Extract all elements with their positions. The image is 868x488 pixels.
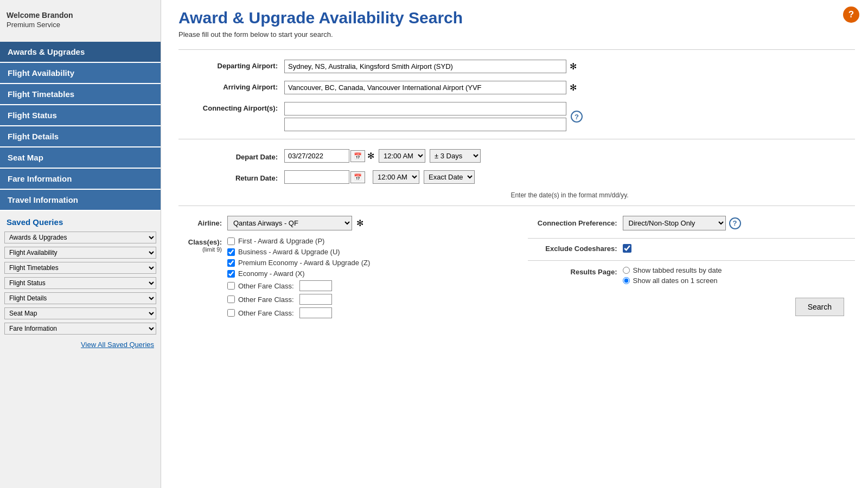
other-fare-input-3[interactable] bbox=[299, 307, 332, 318]
classes-sublabel: (limit 9) bbox=[178, 246, 222, 253]
connection-pref-help-icon[interactable]: ? bbox=[729, 217, 741, 229]
class-checkbox-premium-economy[interactable] bbox=[227, 259, 235, 267]
saved-query-row-5: Seat Map Awards & Upgrades Flight Availa… bbox=[0, 306, 161, 321]
depart-calendar-button[interactable]: 📅 bbox=[350, 150, 365, 162]
results-radio-all-dates-input[interactable] bbox=[623, 277, 630, 284]
class-checkbox-other-2[interactable] bbox=[227, 296, 235, 303]
arriving-airport-input[interactable] bbox=[284, 81, 566, 94]
left-col: Airline: Qantas Airways - QF American Ai… bbox=[178, 216, 506, 323]
saved-query-row-2: Flight Timetables Awards & Upgrades Flig… bbox=[0, 260, 161, 275]
airline-row: Airline: Qantas Airways - QF American Ai… bbox=[178, 216, 506, 230]
nav-item-fare-information[interactable]: Fare Information bbox=[0, 169, 161, 190]
nav-item-flight-details[interactable]: Flight Details bbox=[0, 126, 161, 147]
page-subtitle: Please fill out the form below to start … bbox=[178, 30, 855, 38]
arriving-airport-wrap: ✻ bbox=[284, 81, 855, 94]
dates-section: Depart Date: 📅 ✻ 12:00 AM 1:00 AM2:00 AM… bbox=[178, 139, 855, 199]
airline-label: Airline: bbox=[178, 219, 227, 227]
arriving-airport-row: Arriving Airport: ✻ bbox=[178, 81, 855, 94]
exclude-codeshares-checkbox[interactable] bbox=[623, 244, 631, 253]
depart-time-select[interactable]: 12:00 AM 1:00 AM2:00 AM3:00 AM 4:00 AM5:… bbox=[379, 149, 425, 163]
connecting-airport-input-2[interactable] bbox=[284, 118, 566, 131]
connection-pref-row: Connection Preference: Direct/Non-Stop O… bbox=[528, 216, 856, 230]
saved-query-row-1: Flight Availability Awards & Upgrades Fl… bbox=[0, 245, 161, 260]
saved-query-select-4[interactable]: Flight Details Awards & Upgrades Flight … bbox=[4, 292, 156, 304]
nav-item-flight-status[interactable]: Flight Status bbox=[0, 105, 161, 126]
saved-query-select-0[interactable]: Awards & Upgrades Flight Availability Fl… bbox=[4, 232, 156, 243]
return-time-select[interactable]: 12:00 AM 1:00 AM2:00 AM3:00 AM bbox=[373, 170, 419, 184]
depart-date-asterisk: ✻ bbox=[367, 151, 374, 161]
airline-asterisk: ✻ bbox=[356, 218, 363, 228]
welcome-name: Welcome Brandon bbox=[0, 7, 161, 21]
nav-item-travel-information[interactable]: Travel Information bbox=[0, 190, 161, 211]
class-checkbox-economy[interactable] bbox=[227, 270, 235, 278]
return-date-wrap: 📅 12:00 AM 1:00 AM2:00 AM3:00 AM Exact D… bbox=[284, 170, 855, 184]
class-item-business[interactable]: Business - Award & Upgrade (U) bbox=[227, 248, 370, 256]
class-item-first[interactable]: First - Award & Upgrade (P) bbox=[227, 237, 370, 245]
classes-list: First - Award & Upgrade (P) Business - A… bbox=[227, 237, 370, 318]
sidebar: Welcome Brandon Premium Service Awards &… bbox=[0, 0, 161, 488]
saved-query-row-6: Fare Information Awards & Upgrades Fligh… bbox=[0, 321, 161, 336]
nav-item-seat-map[interactable]: Seat Map bbox=[0, 147, 161, 169]
return-date-input[interactable] bbox=[284, 170, 349, 184]
connecting-airports-wrap: ? bbox=[284, 102, 855, 131]
class-item-other-1[interactable]: Other Fare Class: bbox=[227, 280, 370, 291]
search-button[interactable]: Search bbox=[795, 298, 844, 316]
saved-query-select-1[interactable]: Flight Availability Awards & Upgrades Fl… bbox=[4, 247, 156, 259]
bottom-section: Airline: Qantas Airways - QF American Ai… bbox=[178, 206, 855, 323]
other-fare-input-2[interactable] bbox=[299, 294, 332, 305]
page-title: Award & Upgrade Availability Search bbox=[178, 9, 855, 27]
results-radio-all-dates[interactable]: Show all dates on 1 screen bbox=[623, 277, 722, 285]
return-date-label: Return Date: bbox=[178, 172, 284, 182]
depart-range-select[interactable]: Exact Date ± 1 Day ± 2 Days ± 3 Days ± 4… bbox=[430, 149, 481, 163]
connecting-airports-help-icon[interactable]: ? bbox=[571, 111, 583, 123]
search-btn-row: Search bbox=[528, 292, 856, 316]
arriving-airport-label: Arriving Airport: bbox=[178, 81, 284, 91]
return-calendar-button[interactable]: 📅 bbox=[350, 171, 365, 183]
connecting-airports-label: Connecting Airport(s): bbox=[178, 102, 284, 112]
date-hint: Enter the date(s) in the format mm/dd/yy… bbox=[178, 191, 855, 199]
depart-date-label: Depart Date: bbox=[178, 151, 284, 161]
help-icon-top[interactable]: ? bbox=[843, 7, 859, 23]
results-radio-tabbed[interactable]: Show tabbed results by date bbox=[623, 266, 722, 274]
main-content: ? Award & Upgrade Availability Search Pl… bbox=[161, 0, 868, 488]
connecting-inputs-group bbox=[284, 102, 566, 131]
class-label-other-1: Other Fare Class: bbox=[238, 282, 294, 290]
departing-airport-input[interactable] bbox=[284, 60, 566, 73]
class-item-economy[interactable]: Economy - Award (X) bbox=[227, 269, 370, 278]
classes-row: Class(es): (limit 9) First - Award & Upg… bbox=[178, 237, 506, 318]
depart-date-row: Depart Date: 📅 ✻ 12:00 AM 1:00 AM2:00 AM… bbox=[178, 149, 855, 163]
other-fare-input-1[interactable] bbox=[299, 280, 332, 291]
class-label-economy: Economy - Award (X) bbox=[238, 269, 305, 278]
saved-query-row-0: Awards & Upgrades Flight Availability Fl… bbox=[0, 230, 161, 245]
connection-pref-select[interactable]: Direct/Non-Stop Only Non-Stop Preferred … bbox=[623, 216, 726, 230]
connecting-airport-input-1[interactable] bbox=[284, 102, 566, 115]
results-page-row: Results Page: Show tabbed results by dat… bbox=[528, 266, 856, 285]
saved-query-select-5[interactable]: Seat Map Awards & Upgrades Flight Availa… bbox=[4, 307, 156, 319]
class-label-first: First - Award & Upgrade (P) bbox=[238, 237, 324, 245]
class-item-other-2[interactable]: Other Fare Class: bbox=[227, 294, 370, 305]
results-radio-tabbed-input[interactable] bbox=[623, 267, 630, 274]
class-checkbox-other-3[interactable] bbox=[227, 309, 235, 317]
saved-query-row-4: Flight Details Awards & Upgrades Flight … bbox=[0, 291, 161, 306]
airline-select[interactable]: Qantas Airways - QF American Airlines - … bbox=[227, 216, 352, 230]
class-item-other-3[interactable]: Other Fare Class: bbox=[227, 307, 370, 318]
view-all-saved-queries-link[interactable]: View All Saved Queries bbox=[0, 336, 161, 355]
saved-query-select-2[interactable]: Flight Timetables Awards & Upgrades Flig… bbox=[4, 262, 156, 274]
nav-item-awards-upgrades[interactable]: Awards & Upgrades bbox=[0, 42, 161, 63]
class-checkbox-other-1[interactable] bbox=[227, 282, 235, 290]
arriving-asterisk: ✻ bbox=[570, 82, 577, 93]
class-item-premium-economy[interactable]: Premium Economy - Award & Upgrade (Z) bbox=[227, 259, 370, 267]
results-radio-group: Show tabbed results by date Show all dat… bbox=[623, 266, 722, 285]
nav-item-flight-timetables[interactable]: Flight Timetables bbox=[0, 84, 161, 105]
depart-date-input[interactable] bbox=[284, 149, 349, 163]
class-checkbox-business[interactable] bbox=[227, 248, 235, 256]
departing-airport-wrap: ✻ bbox=[284, 60, 855, 73]
nav-item-flight-availability[interactable]: Flight Availability bbox=[0, 63, 161, 84]
saved-query-select-3[interactable]: Flight Status Awards & Upgrades Flight A… bbox=[4, 277, 156, 289]
class-checkbox-first[interactable] bbox=[227, 237, 235, 245]
return-range-select[interactable]: Exact Date ± 1 Day ± 2 Days ± 3 Days bbox=[424, 170, 475, 184]
saved-query-select-6[interactable]: Fare Information Awards & Upgrades Fligh… bbox=[4, 323, 156, 335]
departing-airport-label: Departing Airport: bbox=[178, 60, 284, 70]
saved-query-row-3: Flight Status Awards & Upgrades Flight A… bbox=[0, 275, 161, 291]
classes-label: Class(es): (limit 9) bbox=[178, 237, 227, 253]
